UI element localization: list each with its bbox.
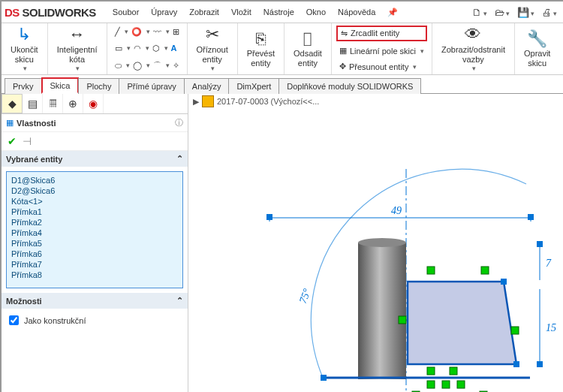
smart-dimension-button[interactable]: ↔Inteligentní kóta▾ bbox=[53, 23, 102, 74]
svg-rect-10 bbox=[358, 243, 406, 379]
ok-button[interactable]: ✔ bbox=[8, 135, 17, 147]
convert-button[interactable]: ⎘Převést entity bbox=[242, 28, 279, 71]
graphics-viewport[interactable]: ▶2017-07-0003 (Výchozí<<... 49 75° 7 15 bbox=[188, 94, 563, 392]
repair-sketch-button[interactable]: 🔧Opravit skicu bbox=[519, 28, 555, 71]
mirror-icon: ⇋ bbox=[341, 29, 348, 38]
list-item[interactable]: D1@Skica6 bbox=[10, 175, 179, 185]
menu-file[interactable]: Soubor bbox=[107, 5, 145, 20]
svg-text:49: 49 bbox=[391, 205, 402, 216]
menu-view[interactable]: Zobrazit bbox=[183, 5, 225, 20]
svg-rect-25 bbox=[528, 214, 534, 220]
rect-tool[interactable]: ▭▾ ◠▾ ⬡▾ A bbox=[112, 43, 182, 54]
svg-rect-16 bbox=[511, 327, 519, 334]
relations-icon: 👁‍ bbox=[465, 25, 481, 44]
svg-point-11 bbox=[358, 238, 406, 247]
tab-sketch[interactable]: Skica bbox=[41, 77, 80, 94]
pin-button[interactable]: ⊣ bbox=[23, 135, 32, 147]
pm-tab-display[interactable]: ⊕ bbox=[63, 94, 83, 113]
properties-icon: ▦ bbox=[6, 118, 14, 128]
svg-rect-17 bbox=[427, 367, 435, 375]
exit-sketch-icon: ↳ bbox=[17, 25, 31, 44]
qat-print[interactable]: 🖨▾ bbox=[539, 5, 560, 20]
svg-text:15: 15 bbox=[546, 322, 556, 333]
svg-rect-19 bbox=[427, 381, 435, 388]
linear-pattern-button[interactable]: ▦Lineární pole skici▾ bbox=[336, 45, 427, 56]
svg-rect-20 bbox=[442, 381, 450, 388]
list-item[interactable]: D2@Skica6 bbox=[10, 185, 179, 196]
chevron-up-icon: ⌃ bbox=[176, 154, 183, 164]
svg-text:7: 7 bbox=[546, 258, 552, 269]
menu-edit[interactable]: Úpravy bbox=[145, 5, 183, 20]
menu-insert[interactable]: Vložit bbox=[225, 5, 257, 20]
tab-dimxpert[interactable]: DimXpert bbox=[228, 78, 279, 94]
panel-title: Vlastnosti bbox=[17, 119, 56, 128]
pm-tab-feature[interactable]: ◆ bbox=[2, 94, 23, 113]
repair-icon: 🔧 bbox=[527, 29, 547, 49]
svg-rect-14 bbox=[481, 267, 489, 274]
pattern-icon: ▦ bbox=[339, 46, 347, 56]
svg-rect-21 bbox=[457, 381, 465, 388]
trim-button[interactable]: ✂Oříznout entity▾ bbox=[192, 23, 233, 74]
svg-rect-26 bbox=[501, 279, 507, 285]
selected-entities-list[interactable]: D1@Skica6 D2@Skica6 Kóta<1> Přímka1 Přím… bbox=[6, 171, 183, 288]
menu-pin[interactable]: 📌 bbox=[381, 5, 404, 20]
svg-rect-18 bbox=[450, 367, 457, 375]
move-entities-button[interactable]: ✥Přesunout entity▾ bbox=[336, 61, 427, 72]
slot-tool[interactable]: ⬭▾ ◯▾ ⌒▾ ✧ bbox=[112, 59, 182, 72]
pm-tab-appearance[interactable]: ◉ bbox=[83, 94, 104, 113]
svg-rect-30 bbox=[537, 361, 543, 367]
tab-addins[interactable]: Doplňkové moduly SOLIDWORKS bbox=[278, 78, 421, 94]
exit-sketch-button[interactable]: ↳Ukončit skicu▾ bbox=[6, 23, 43, 74]
list-item[interactable]: Kóta<1> bbox=[10, 196, 179, 207]
pm-tab-config[interactable]: 𝄜 bbox=[43, 94, 63, 113]
show-relations-button[interactable]: 👁‍Zobrazit/odstranit vazby▾ bbox=[437, 23, 510, 74]
list-item[interactable]: Přímka4 bbox=[10, 228, 179, 238]
list-item[interactable]: Přímka7 bbox=[10, 259, 179, 270]
tab-surfaces[interactable]: Plochy bbox=[78, 78, 119, 94]
list-item[interactable]: Přímka2 bbox=[10, 217, 179, 228]
scissors-icon: ✂ bbox=[206, 25, 219, 44]
svg-rect-27 bbox=[513, 361, 519, 367]
svg-rect-13 bbox=[427, 267, 435, 274]
move-icon: ✥ bbox=[339, 62, 346, 71]
svg-text:75°: 75° bbox=[297, 287, 313, 305]
list-item[interactable]: Přímka1 bbox=[10, 207, 179, 217]
qat-save[interactable]: 💾▾ bbox=[514, 5, 537, 20]
app-logo: DS SOLIDWORKS bbox=[5, 6, 96, 19]
pm-tab-props[interactable]: ▤ bbox=[23, 94, 43, 113]
list-item[interactable]: Přímka8 bbox=[10, 270, 179, 280]
tab-direct-edit[interactable]: Přímé úpravy bbox=[119, 78, 184, 94]
chevron-up-icon: ⌃ bbox=[176, 296, 183, 306]
list-item[interactable]: Přímka6 bbox=[10, 249, 179, 259]
line-tool[interactable]: ╱▾ ⭕▾ 〰▾ ⊞ bbox=[112, 26, 182, 38]
svg-rect-28 bbox=[321, 375, 327, 381]
breadcrumb[interactable]: ▶2017-07-0003 (Výchozí<<... bbox=[193, 95, 319, 107]
qat-new[interactable]: 🗋▾ bbox=[469, 5, 490, 20]
help-icon[interactable]: ⓘ bbox=[175, 117, 183, 128]
tab-analysis[interactable]: Analýzy bbox=[184, 78, 230, 94]
offset-button[interactable]: ⌷Odsadit entity bbox=[289, 28, 327, 71]
as-construction-checkbox[interactable]: Jako konstrukční bbox=[6, 313, 183, 327]
svg-rect-24 bbox=[266, 214, 272, 220]
list-item[interactable]: Přímka5 bbox=[10, 238, 179, 249]
svg-rect-29 bbox=[537, 241, 543, 247]
menu-help[interactable]: Nápověda bbox=[332, 5, 381, 20]
offset-icon: ⌷ bbox=[303, 29, 312, 49]
mirror-entities-button[interactable]: ⇋Zrcadlit entity bbox=[336, 26, 427, 41]
part-icon bbox=[202, 95, 214, 107]
svg-rect-15 bbox=[399, 316, 406, 324]
dimension-icon: ↔ bbox=[69, 25, 86, 44]
convert-icon: ⎘ bbox=[256, 29, 266, 49]
menu-tools[interactable]: Nástroje bbox=[257, 5, 300, 20]
section-selected-entities[interactable]: Vybrané entity⌃ bbox=[2, 151, 188, 167]
qat-open[interactable]: 🗁▾ bbox=[492, 5, 513, 20]
section-options[interactable]: Možnosti⌃ bbox=[2, 293, 188, 309]
menu-window[interactable]: Okno bbox=[300, 5, 332, 20]
tab-features[interactable]: Prvky bbox=[5, 78, 42, 94]
sketch-geometry: 49 75° 7 15 bbox=[233, 139, 563, 392]
